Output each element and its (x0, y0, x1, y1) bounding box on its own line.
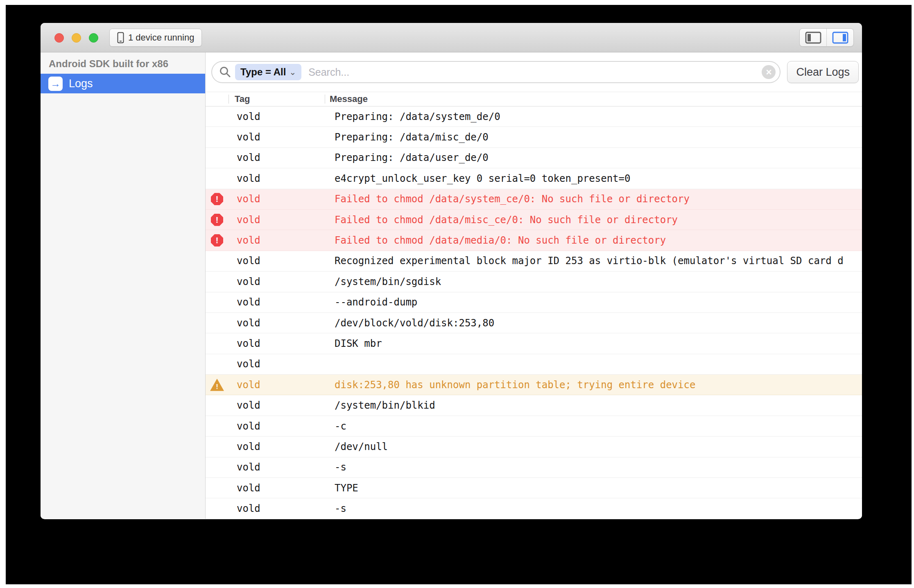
main-panel: Type = All ⌄ Search... ✕ Clear Logs Tag … (206, 52, 862, 519)
log-message: DISK mbr (325, 338, 862, 349)
log-tag: vold (228, 317, 325, 329)
log-row[interactable]: ! ! vold Preparing: /data/system_de/0 (206, 106, 862, 127)
severity-icon-cell: ! ! (206, 106, 228, 127)
log-row[interactable]: ! ! vold TYPE (206, 478, 862, 498)
toggle-right-panel-button[interactable] (826, 29, 853, 46)
severity-icon-cell: ! ! (206, 230, 228, 250)
log-tag: vold (228, 400, 325, 411)
logs-arrow-icon: → (48, 77, 63, 91)
log-message: Recognized experimental block major ID 2… (325, 255, 862, 267)
severity-icon-cell: ! ! (206, 416, 228, 436)
device-name-label: Android SDK built for x86 (41, 52, 205, 74)
toolbar: Type = All ⌄ Search... ✕ Clear Logs (206, 52, 862, 92)
log-message: -c (325, 421, 862, 432)
log-tag: vold (228, 482, 325, 494)
zoom-window-button[interactable] (89, 33, 98, 43)
log-message: /system/bin/blkid (325, 400, 862, 411)
log-row[interactable]: ! ! vold /dev/block/vold/disk:253,80 (206, 313, 862, 333)
message-column-header[interactable]: Message (325, 92, 862, 106)
log-row[interactable]: ! ! vold /system/bin/blkid (206, 395, 862, 416)
log-row[interactable]: ! ! vold -s (206, 498, 862, 519)
tag-column-header[interactable]: Tag (228, 92, 325, 106)
device-running-label: 1 device running (128, 32, 194, 43)
clear-logs-button[interactable]: Clear Logs (787, 61, 859, 83)
log-tag: vold (228, 193, 325, 205)
log-row[interactable]: ! ! vold DISK mbr (206, 333, 862, 354)
log-table-header: Tag Message (206, 92, 862, 106)
clear-logs-label: Clear Logs (796, 66, 850, 79)
log-message: Preparing: /data/user_de/0 (325, 152, 862, 163)
log-tag: vold (228, 441, 325, 452)
log-tag: vold (228, 131, 325, 143)
log-tag: vold (228, 235, 325, 246)
panel-toggle-group (799, 28, 854, 47)
severity-icon-cell: ! ! (206, 498, 228, 518)
log-message: /dev/block/vold/disk:253,80 (325, 317, 862, 329)
severity-icon-cell: ! ! (206, 271, 228, 292)
log-row[interactable]: ! ! vold Preparing: /data/misc_de/0 (206, 127, 862, 147)
log-message: Failed to chmod /data/system_ce/0: No su… (325, 193, 862, 205)
log-message: --android-dump (325, 296, 862, 308)
log-message: e4crypt_unlock_user_key 0 serial=0 token… (325, 173, 862, 184)
log-tag: vold (228, 503, 325, 514)
toggle-left-panel-button[interactable] (800, 29, 826, 46)
log-tag: vold (228, 111, 325, 122)
severity-icon-cell: ! ! (206, 189, 228, 209)
log-message: Preparing: /data/misc_de/0 (325, 131, 862, 143)
log-row[interactable]: ! ! vold /system/bin/sgdisk (206, 271, 862, 292)
sidebar-item-logs[interactable]: → Logs (41, 74, 205, 93)
severity-icon-cell: ! ! (206, 127, 228, 147)
log-tag: vold (228, 379, 325, 391)
log-message: disk:253,80 has unknown partition table;… (325, 379, 862, 391)
severity-icon-cell: ! ! (206, 313, 228, 333)
log-row[interactable]: ! ! vold Failed to chmod /data/system_ce… (206, 189, 862, 210)
log-message: Failed to chmod /data/media/0: No such f… (325, 235, 862, 246)
log-row[interactable]: ! ! vold -s (206, 457, 862, 478)
log-tag: vold (228, 255, 325, 267)
log-row[interactable]: ! ! vold (206, 354, 862, 375)
log-row[interactable]: ! ! vold Failed to chmod /data/misc_ce/0… (206, 210, 862, 230)
severity-icon-cell: ! ! (206, 168, 228, 188)
phone-icon (117, 32, 124, 43)
log-tag: vold (228, 214, 325, 226)
filter-token-type-all[interactable]: Type = All ⌄ (235, 64, 301, 80)
log-message: Preparing: /data/system_de/0 (325, 111, 862, 122)
log-tag: vold (228, 276, 325, 287)
severity-icon-cell: ! ! (206, 478, 228, 498)
log-message: Failed to chmod /data/misc_ce/0: No such… (325, 214, 862, 226)
close-icon: ✕ (765, 68, 772, 77)
chevron-down-icon: ⌄ (289, 67, 296, 77)
close-window-button[interactable] (54, 33, 64, 43)
device-running-button[interactable]: 1 device running (109, 29, 202, 47)
severity-icon-cell: ! ! (206, 148, 228, 168)
clear-search-button[interactable]: ✕ (762, 65, 776, 79)
log-tag: vold (228, 296, 325, 308)
log-message: TYPE (325, 482, 862, 494)
severity-icon-cell: ! ! (206, 457, 228, 477)
log-message: -s (325, 461, 862, 473)
warning-triangle-icon: ! (210, 379, 224, 391)
minimize-window-button[interactable] (72, 33, 81, 43)
log-rows: ! ! vold Preparing: /data/system_de/0 ! … (206, 106, 862, 519)
severity-icon-cell: ! ! (206, 375, 228, 395)
severity-icon-cell: ! ! (206, 354, 228, 374)
log-row[interactable]: ! ! vold -c (206, 416, 862, 436)
log-row[interactable]: ! ! vold --android-dump (206, 292, 862, 313)
log-row[interactable]: ! ! vold Failed to chmod /data/media/0: … (206, 230, 862, 251)
log-row[interactable]: ! ! vold Recognized experimental block m… (206, 251, 862, 271)
left-panel-icon (805, 32, 821, 44)
severity-icon-cell: ! ! (206, 251, 228, 271)
log-row[interactable]: ! ! vold /dev/null (206, 436, 862, 457)
severity-icon-cell: ! ! (206, 292, 228, 312)
search-placeholder: Search... (308, 66, 762, 78)
severity-icon-cell: ! ! (206, 333, 228, 353)
log-row[interactable]: ! ! vold e4crypt_unlock_user_key 0 seria… (206, 168, 862, 189)
sidebar: Android SDK built for x86 → Logs (41, 52, 206, 519)
search-input[interactable]: Type = All ⌄ Search... ✕ (211, 61, 781, 83)
titlebar[interactable]: 1 device running (41, 23, 862, 52)
log-row[interactable]: ! ! vold disk:253,80 has unknown partiti… (206, 375, 862, 395)
severity-icon-cell: ! ! (206, 395, 228, 415)
log-row[interactable]: ! ! vold Preparing: /data/user_de/0 (206, 148, 862, 168)
icon-column-header (206, 92, 228, 106)
severity-icon-cell: ! ! (206, 210, 228, 230)
